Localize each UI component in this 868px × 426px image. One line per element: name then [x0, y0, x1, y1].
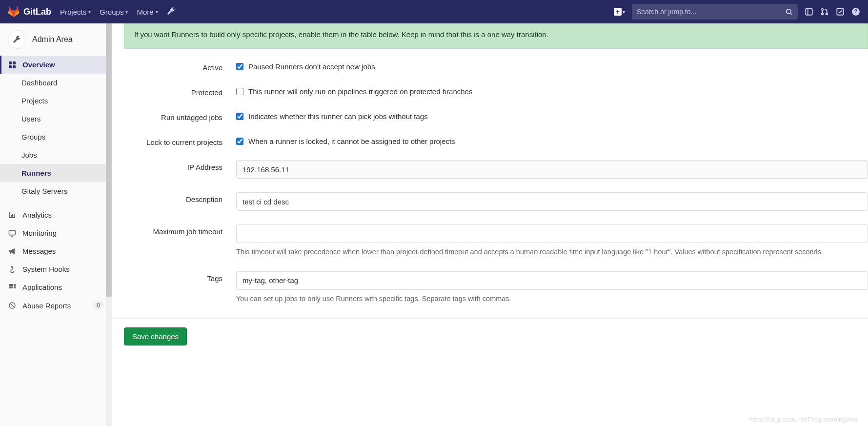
svg-rect-14 — [9, 230, 16, 235]
analytics-icon — [8, 211, 17, 219]
wrench-circle-icon — [8, 30, 26, 49]
sidebar-item-jobs[interactable]: Jobs — [0, 146, 112, 164]
svg-rect-13 — [14, 214, 15, 217]
runner-form: Active Paused Runners don't accept new j… — [112, 61, 868, 304]
hook-icon — [8, 265, 17, 273]
label-ip: IP Address — [124, 160, 236, 171]
sidebar-item-users[interactable]: Users — [0, 110, 112, 128]
scrollbar-thumb[interactable] — [106, 23, 112, 297]
sidebar-item-label: Abuse Reports — [22, 302, 71, 310]
issues-icon[interactable] — [805, 7, 813, 16]
svg-rect-0 — [806, 8, 812, 15]
sidebar-item-system-hooks[interactable]: System Hooks — [0, 260, 112, 278]
sidebar-item-label: Groups — [21, 133, 45, 141]
sidebar-item-monitoring[interactable]: Monitoring — [0, 224, 112, 242]
active-checkbox-row[interactable]: Paused Runners don't accept new jobs — [236, 61, 868, 71]
nav-groups-label: Groups — [100, 8, 123, 16]
sidebar-item-dashboard[interactable]: Dashboard — [0, 74, 112, 92]
sidebar-item-label: Users — [21, 115, 40, 123]
svg-rect-8 — [13, 61, 16, 64]
todos-icon[interactable] — [836, 7, 845, 16]
active-checkbox[interactable] — [236, 63, 243, 70]
save-button[interactable]: Save changes — [124, 327, 187, 345]
untagged-checkbox[interactable] — [236, 113, 243, 120]
label-tags: Tags — [124, 271, 236, 283]
description-input[interactable] — [236, 192, 868, 211]
sidebar-item-groups[interactable]: Groups — [0, 128, 112, 146]
global-search[interactable] — [632, 4, 798, 20]
svg-rect-7 — [9, 61, 12, 64]
monitoring-icon — [8, 229, 17, 237]
svg-rect-12 — [12, 214, 13, 217]
nav-more[interactable]: More ▾ — [137, 8, 158, 16]
protected-checkbox-row[interactable]: This runner will only run on pipelines t… — [236, 85, 868, 96]
sidebar-item-label: Messages — [22, 247, 56, 255]
label-untagged: Run untagged jobs — [124, 110, 236, 122]
label-protected: Protected — [124, 85, 236, 97]
chevron-down-icon: ▾ — [125, 9, 128, 15]
ip-input[interactable] — [236, 160, 868, 179]
svg-rect-21 — [14, 286, 16, 288]
new-dropdown[interactable]: + ▾ — [614, 8, 625, 16]
svg-point-3 — [826, 13, 828, 15]
svg-rect-17 — [11, 284, 13, 286]
sidebar-item-abuse[interactable]: Abuse Reports 0 — [0, 296, 112, 315]
protected-desc: This runner will only run on pipelines t… — [248, 87, 472, 96]
sidebar-item-label: Monitoring — [22, 229, 57, 237]
svg-rect-9 — [9, 65, 12, 68]
label-active: Active — [124, 61, 236, 72]
sidebar-item-label: Gitaly Servers — [21, 187, 67, 195]
chevron-down-icon: ▾ — [623, 9, 625, 15]
merge-requests-icon[interactable] — [820, 7, 829, 16]
plus-icon: + — [614, 8, 622, 16]
main-content: If you want Runners to build only specif… — [112, 23, 868, 426]
protected-checkbox[interactable] — [236, 88, 243, 95]
sidebar-item-label: Overview — [22, 61, 55, 69]
lock-desc: When a runner is locked, it cannot be as… — [248, 137, 455, 145]
label-lock: Lock to current projects — [124, 135, 236, 146]
sidebar-item-label: Jobs — [21, 151, 37, 159]
sidebar-item-runners[interactable]: Runners — [0, 164, 112, 182]
info-alert: If you want Runners to build only specif… — [124, 23, 868, 49]
sidebar-item-overview[interactable]: Overview — [0, 56, 112, 74]
label-timeout: Maximum job timeout — [124, 224, 236, 236]
svg-rect-11 — [11, 215, 12, 217]
nav-projects[interactable]: Projects ▾ — [60, 8, 91, 16]
sidebar-item-applications[interactable]: Applications — [0, 278, 112, 296]
sidebar-item-messages[interactable]: Messages — [0, 242, 112, 260]
admin-wrench-icon[interactable] — [167, 7, 176, 17]
search-input[interactable] — [637, 8, 786, 16]
form-actions: Save changes — [112, 318, 868, 345]
svg-rect-16 — [9, 284, 11, 286]
label-description: Description — [124, 192, 236, 203]
nav-groups[interactable]: Groups ▾ — [100, 8, 128, 16]
chevron-down-icon: ▾ — [156, 9, 158, 15]
sidebar-item-projects[interactable]: Projects — [0, 92, 112, 110]
sidebar-item-analytics[interactable]: Analytics — [0, 206, 112, 224]
sidebar-context[interactable]: Admin Area — [0, 23, 112, 56]
lock-checkbox[interactable] — [236, 138, 243, 145]
sidebar-context-title: Admin Area — [32, 35, 73, 44]
top-navbar: GitLab Projects ▾ Groups ▾ More ▾ + ▾ — [0, 0, 868, 23]
admin-sidebar: Admin Area Overview Dashboard Projects U… — [0, 23, 112, 426]
alert-text: If you want Runners to build only specif… — [134, 30, 548, 39]
sidebar-item-gitaly[interactable]: Gitaly Servers — [0, 182, 112, 200]
active-desc: Paused Runners don't accept new jobs — [248, 62, 375, 71]
watermark-text: https://blog.csdn.net/ProgrammingWay — [749, 416, 858, 423]
help-icon[interactable]: ? — [851, 7, 860, 16]
svg-point-2 — [822, 13, 824, 15]
bullhorn-icon — [8, 247, 17, 255]
sidebar-item-label: Dashboard — [21, 79, 57, 87]
timeout-help: This timeout will take precedence when l… — [236, 247, 868, 258]
timeout-input[interactable] — [236, 224, 868, 243]
lock-checkbox-row[interactable]: When a runner is locked, it cannot be as… — [236, 135, 868, 145]
svg-rect-19 — [9, 286, 11, 288]
sidebar-item-label: Analytics — [22, 211, 52, 219]
svg-rect-20 — [11, 286, 13, 288]
gitlab-logo[interactable]: GitLab — [8, 6, 51, 18]
tags-input[interactable] — [236, 271, 868, 290]
untagged-checkbox-row[interactable]: Indicates whether this runner can pick j… — [236, 110, 868, 121]
sidebar-item-label: System Hooks — [22, 265, 70, 273]
untagged-desc: Indicates whether this runner can pick j… — [248, 112, 428, 121]
sidebar-item-label: Applications — [22, 283, 62, 291]
